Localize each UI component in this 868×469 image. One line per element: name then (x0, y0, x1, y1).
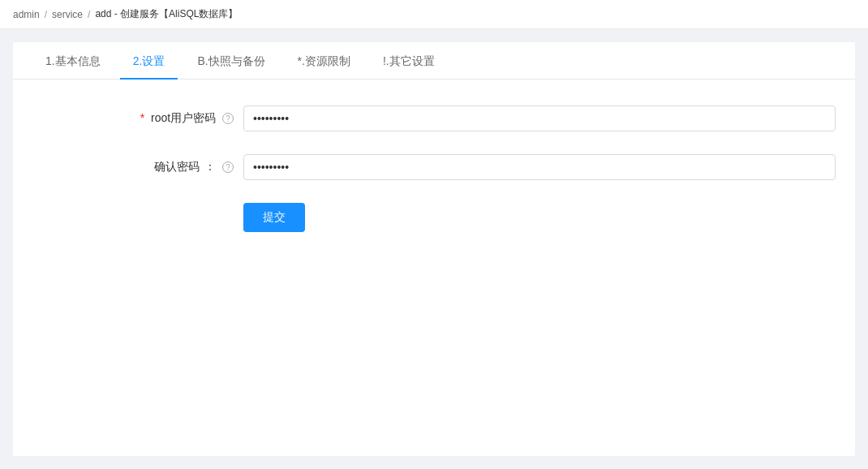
breadcrumb: admin / service / add - 创建服务【AliSQL数据库】 (0, 0, 868, 29)
breadcrumb-add: add - 创建服务【AliSQL数据库】 (95, 7, 238, 21)
breadcrumb-sep-2: / (88, 9, 90, 20)
root-password-input[interactable] (243, 105, 836, 131)
tab-resource[interactable]: *.资源限制 (285, 42, 363, 80)
tab-snapshot[interactable]: B.快照与备份 (184, 42, 277, 80)
tab-other[interactable]: !.其它设置 (370, 42, 448, 80)
submit-row: 提交 (243, 203, 836, 232)
required-star: * (140, 111, 144, 124)
tab-basic[interactable]: 1.基本信息 (32, 42, 114, 80)
label-colon: ： (204, 160, 216, 173)
breadcrumb-sep-1: / (45, 9, 47, 20)
confirm-password-row: 确认密码 ： ? (32, 154, 836, 180)
submit-button[interactable]: 提交 (243, 203, 305, 232)
confirm-password-help-icon[interactable]: ? (222, 161, 234, 173)
main-content: 1.基本信息 2.设置 B.快照与备份 *.资源限制 !.其它设置 * root… (13, 42, 855, 456)
root-password-label: * root用户密码 ? (32, 111, 243, 126)
breadcrumb-admin[interactable]: admin (13, 9, 40, 20)
confirm-password-input[interactable] (243, 154, 836, 180)
confirm-password-label: 确认密码 ： ? (32, 160, 243, 174)
root-password-row: * root用户密码 ? (32, 105, 836, 131)
tab-bar: 1.基本信息 2.设置 B.快照与备份 *.资源限制 !.其它设置 (13, 42, 855, 80)
tab-settings[interactable]: 2.设置 (120, 42, 178, 80)
form-area: * root用户密码 ? 确认密码 ： ? 提交 (13, 80, 855, 258)
root-password-help-icon[interactable]: ? (222, 113, 234, 124)
breadcrumb-service[interactable]: service (52, 9, 83, 20)
